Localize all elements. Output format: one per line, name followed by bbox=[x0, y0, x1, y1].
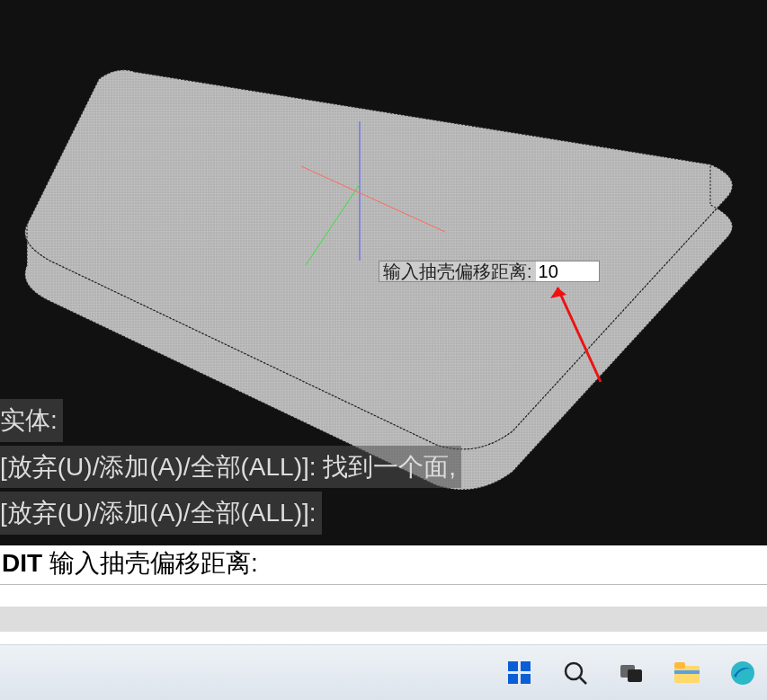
command-line[interactable]: DIT 输入抽壳偏移距离: bbox=[0, 545, 767, 585]
console-line-2: [放弃(U)/添加(A)/全部(ALL)]: 找到一个面, bbox=[0, 446, 461, 489]
file-explorer-icon[interactable] bbox=[672, 658, 702, 688]
solid-top-face[interactable] bbox=[25, 70, 733, 449]
svg-marker-3 bbox=[550, 288, 566, 298]
console-line-1: 实体: bbox=[0, 399, 63, 442]
svg-rect-6 bbox=[508, 674, 518, 684]
console-line-3: [放弃(U)/添加(A)/全部(ALL)]: bbox=[0, 492, 322, 535]
task-view-icon[interactable] bbox=[616, 658, 647, 688]
svg-rect-5 bbox=[521, 661, 531, 671]
command-prefix: DIT bbox=[2, 549, 42, 577]
svg-rect-13 bbox=[674, 662, 685, 669]
svg-rect-11 bbox=[628, 669, 642, 682]
search-icon[interactable] bbox=[560, 658, 591, 688]
svg-line-2 bbox=[557, 288, 601, 382]
svg-rect-14 bbox=[674, 670, 700, 674]
dynamic-input-label: 输入抽壳偏移距离: bbox=[379, 261, 536, 281]
taskbar[interactable] bbox=[0, 644, 767, 700]
svg-point-8 bbox=[566, 663, 582, 679]
status-bar bbox=[0, 607, 767, 632]
svg-line-9 bbox=[580, 678, 586, 684]
start-icon[interactable] bbox=[504, 658, 535, 688]
edge-icon[interactable] bbox=[727, 658, 758, 688]
svg-point-15 bbox=[731, 661, 754, 685]
svg-rect-7 bbox=[521, 674, 531, 684]
svg-rect-4 bbox=[508, 661, 518, 671]
annotation-arrow bbox=[547, 279, 610, 386]
command-prompt: 输入抽壳偏移距离: bbox=[42, 549, 258, 577]
